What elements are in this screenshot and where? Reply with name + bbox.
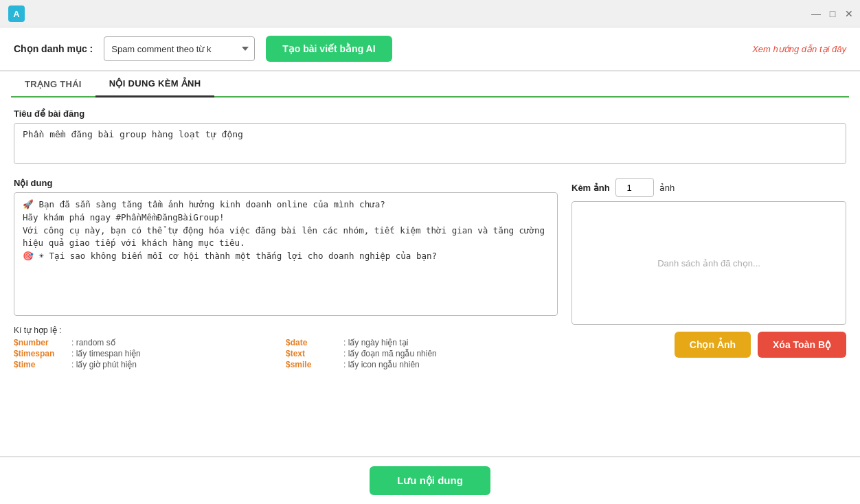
ki-tu-row-3b: $smile : lấy icon ngẫu nhiên	[286, 360, 558, 369]
create-ai-button[interactable]: Tạo bài viết bằng AI	[266, 36, 392, 62]
close-button[interactable]: ✕	[844, 8, 855, 19]
toolbar: Chọn danh mục : Spam comment theo từ k T…	[0, 27, 860, 71]
ki-tu-row-2a: $timespan : lấy timespan hiện	[14, 349, 286, 358]
save-button[interactable]: Lưu nội dung	[370, 466, 490, 495]
ki-tu-var-date: $date	[286, 338, 341, 347]
ki-tu-desc-smile: : lấy icon ngẫu nhiên	[343, 360, 420, 369]
content-left: Nội dung Kí tự hợp lệ : $number : random…	[14, 178, 558, 369]
ki-tu-var-text: $text	[286, 349, 341, 358]
anh-unit: ảnh	[659, 183, 675, 193]
category-select[interactable]: Spam comment theo từ k	[104, 36, 255, 61]
image-list-placeholder: Danh sách ảnh đã chọn...	[657, 258, 760, 268]
form-section: Tiêu đề bài đăng Nội dung Kí tự hợp lệ :…	[11, 108, 849, 369]
maximize-button[interactable]: □	[827, 8, 838, 19]
title-bar: A — □ ✕	[0, 0, 860, 27]
app-logo: A	[8, 5, 25, 22]
xoa-toan-bo-button[interactable]: Xóa Toàn Bộ	[758, 332, 846, 358]
kem-anh-row: Kèm ảnh ảnh	[572, 178, 846, 197]
title-input[interactable]	[14, 123, 846, 164]
ki-tu-var-time: $time	[14, 360, 69, 369]
main-content: TRẠNG THÁI NỘI DUNG KÈM ẢNH Tiêu đề bài …	[0, 71, 860, 380]
footer: Lưu nội dung	[0, 456, 860, 504]
chon-anh-button[interactable]: Chọn Ảnh	[675, 332, 751, 358]
ki-tu-section: Kí tự hợp lệ : $number : random số $date…	[14, 325, 558, 369]
title-label: Tiêu đề bài đăng	[14, 108, 846, 119]
content-row: Nội dung Kí tự hợp lệ : $number : random…	[14, 178, 846, 369]
ki-tu-var-timespan: $timespan	[14, 349, 69, 358]
image-list-box: Danh sách ảnh đã chọn...	[572, 201, 846, 325]
ki-tu-desc-text: : lấy đoạn mã ngẫu nhiên	[343, 349, 437, 358]
ki-tu-grid: $number : random số $date : lấy ngày hiệ…	[14, 338, 558, 369]
image-buttons: Chọn Ảnh Xóa Toàn Bộ	[572, 332, 846, 358]
minimize-button[interactable]: —	[811, 8, 822, 19]
ki-tu-row-1b: $date : lấy ngày hiện tại	[286, 338, 558, 347]
help-link[interactable]: Xem hướng dẫn tại đây	[752, 44, 846, 54]
kem-anh-spinner[interactable]	[615, 178, 654, 197]
svg-text:A: A	[13, 9, 20, 19]
tab-trang-thai[interactable]: TRẠNG THÁI	[11, 71, 95, 96]
ki-tu-var-number: $number	[14, 338, 69, 347]
content-input[interactable]	[14, 192, 558, 316]
category-label: Chọn danh mục :	[14, 43, 93, 54]
ki-tu-row-3a: $time : lấy giờ phút hiện	[14, 360, 286, 369]
ki-tu-desc-number: : random số	[71, 338, 115, 347]
ki-tu-desc-timespan: : lấy timespan hiện	[71, 349, 141, 358]
tabs-container: TRẠNG THÁI NỘI DUNG KÈM ẢNH	[11, 71, 849, 98]
tab-noi-dung-kem-anh[interactable]: NỘI DUNG KÈM ẢNH	[95, 71, 215, 98]
content-right: Kèm ảnh ảnh Danh sách ảnh đã chọn... Chọ…	[572, 178, 846, 369]
ki-tu-var-smile: $smile	[286, 360, 341, 369]
window-controls: — □ ✕	[811, 8, 855, 19]
ki-tu-row-2b: $text : lấy đoạn mã ngẫu nhiên	[286, 349, 558, 358]
ki-tu-desc-date: : lấy ngày hiện tại	[343, 338, 408, 347]
ki-tu-row-1a: $number : random số	[14, 338, 286, 347]
ki-tu-desc-time: : lấy giờ phút hiện	[71, 360, 137, 369]
ki-tu-header: Kí tự hợp lệ :	[14, 325, 558, 335]
content-label: Nội dung	[14, 178, 558, 188]
kem-anh-label: Kèm ảnh	[572, 183, 610, 193]
